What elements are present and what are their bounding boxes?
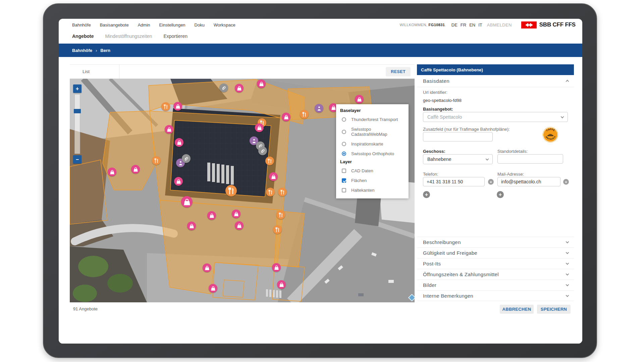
section-label: Beschreibungen [423,239,461,245]
radio-icon[interactable] [342,152,346,156]
cancel-button[interactable]: ABBRECHEN [500,305,534,314]
map-poi-shop-icon[interactable] [173,102,182,111]
zoom-in-button[interactable]: + [73,84,82,93]
zoom-slider-track[interactable] [74,94,80,154]
clear-telefon-icon[interactable]: × [488,179,494,185]
telefon-input[interactable] [423,177,485,186]
map-poi-shop-icon[interactable] [355,95,364,104]
map-poi-shop-icon[interactable] [272,263,281,272]
map-poi-restaurant-icon[interactable] [152,156,161,165]
radio-icon[interactable] [342,142,346,146]
save-button[interactable]: SPEICHERN [537,305,571,314]
map-poi-shop-icon[interactable] [175,138,183,147]
section-label: Interne Bemerkungen [423,293,473,299]
map-poi-locker-icon[interactable] [219,83,228,92]
layer-option-flaechen[interactable]: Flächen [336,176,409,185]
map-poi-locker-icon[interactable] [182,154,191,163]
section-gueltigkeit-und-freigabe[interactable]: Gültigkeit und Freigabe [417,247,574,258]
clear-mail-icon[interactable]: × [563,179,569,185]
nav-item-doku[interactable]: Doku [195,22,205,27]
zoom-slider-handle[interactable] [74,109,81,113]
nav-item-bahnhoefe[interactable]: Bahnhöfe [72,22,91,27]
map-poi-shop-icon[interactable] [257,79,266,88]
lang-fr[interactable]: FR [461,22,466,27]
tab-mindestoeffnungszeiten[interactable]: Mindestöffnungszeiten [105,34,152,39]
map-poi-shop-icon[interactable] [203,263,211,272]
map-poi-shop-icon[interactable] [108,168,116,176]
detail-panel: Caffè Spettacolo (Bahnebene) Basisdaten … [417,64,574,316]
nav-item-einstellungen[interactable]: Einstellungen [159,22,185,27]
map-poi-shop-icon[interactable] [209,284,217,293]
sbb-flag-icon [521,21,537,28]
map-poi-shop-icon[interactable] [131,165,140,174]
map-poi-restaurant-icon[interactable] [225,185,237,196]
add-telefon-button[interactable]: + [423,191,430,198]
checkbox-icon[interactable] [342,188,346,192]
baselayer-option-inspirationskarte[interactable]: Inspirationskarte [336,139,409,149]
breadcrumb-bahnhoefe[interactable]: Bahnhöfe [72,48,92,53]
nav-item-admin[interactable]: Admin [138,22,150,27]
basisangebot-select[interactable]: Caffè Spettacolo [423,112,568,122]
add-mail-button[interactable]: + [497,191,504,198]
map-poi-shop-icon[interactable] [282,113,290,121]
map-poi-restaurant-icon[interactable] [300,110,309,119]
baselayer-option-orthophoto[interactable]: Swisstopo Orthophoto [336,149,409,159]
reset-button[interactable]: RESET [386,67,411,76]
map-poi-restaurant-icon[interactable] [278,188,287,196]
layer-option-cad-daten[interactable]: CAD Daten [336,166,409,176]
geschoss-select[interactable]: Bahnebene [423,154,493,164]
map-poi-shop-icon[interactable] [269,172,278,181]
chevron-down-icon [486,157,489,161]
zusatzfeld-input[interactable] [423,132,493,141]
section-label: Öffnungszeiten & Zahlungsmittel [423,272,499,277]
map-poi-shop-icon[interactable] [235,221,244,230]
map-poi-shop-icon[interactable] [207,211,216,220]
map-poi-restaurant-icon[interactable] [266,188,275,196]
caffe-spettacolo-logo: CAFFÈ SPETTACOLO [542,127,558,143]
map-poi-shop-icon[interactable] [235,84,244,93]
radio-icon[interactable] [342,117,346,122]
map-poi-locker-icon[interactable] [258,146,267,155]
tab-exportieren[interactable]: Exportieren [163,34,187,39]
lang-de[interactable]: DE [451,22,458,27]
chevron-down-icon [566,294,569,297]
map-poi-shop-icon[interactable] [255,123,264,132]
baselayer-option-cadastral[interactable]: Swisstopo CadastralWebMap [336,124,409,139]
lang-en[interactable]: EN [469,22,475,27]
map-poi-service-icon[interactable] [315,104,323,113]
checkbox-icon[interactable] [342,169,346,173]
zoom-out-button[interactable]: − [73,155,82,164]
section-oeffnungszeiten-zahlungsmittel[interactable]: Öffnungszeiten & Zahlungsmittel [417,269,574,280]
map-poi-shop-icon[interactable] [181,196,193,207]
username: FG10831 [429,23,445,27]
mail-input[interactable] [497,177,560,186]
lang-it[interactable]: IT [478,22,482,27]
tab-angebote[interactable]: Angebote [72,34,94,39]
map-poi-shop-icon[interactable] [232,209,240,218]
zusatzfeld-label: Zusatzfeld (nur für Trafimage Bahnhofplä… [423,127,510,132]
section-beschreibungen[interactable]: Beschreibungen [417,237,574,247]
section-bilder[interactable]: Bilder [417,280,574,290]
nav-item-basisangebote[interactable]: Basisangebote [100,22,129,27]
map-poi-restaurant-icon[interactable] [273,225,282,234]
map-poi-shop-icon[interactable] [165,125,173,134]
map-poi-shop-icon[interactable] [277,280,286,289]
nav-item-workspace[interactable]: Workspace [214,22,235,27]
section-basisdaten[interactable]: Basisdaten [417,77,574,87]
map-poi-restaurant-icon[interactable] [161,102,170,111]
map-poi-restaurant-icon[interactable] [265,157,274,165]
section-post-its[interactable]: Post-Its [417,258,574,269]
list-tab[interactable]: List [70,65,119,78]
map-poi-shop-icon[interactable] [187,222,196,230]
standortdetails-input[interactable] [497,154,563,164]
map-poi-shop-icon[interactable] [174,177,183,186]
radio-icon[interactable] [342,130,346,134]
map-area[interactable]: + − Baselayer Thunderforest Transport [70,79,415,302]
checkbox-icon[interactable] [342,178,346,183]
section-interne-bemerkungen[interactable]: Interne Bemerkungen [417,290,574,301]
logout-link[interactable]: ABMELDEN [487,22,512,27]
telefon-label: Telefon: [423,172,438,177]
map-poi-restaurant-icon[interactable] [276,210,285,219]
baselayer-option-thunderforest[interactable]: Thunderforest Transport [336,115,409,124]
layer-option-haltekanten[interactable]: Haltekanten [336,185,409,195]
